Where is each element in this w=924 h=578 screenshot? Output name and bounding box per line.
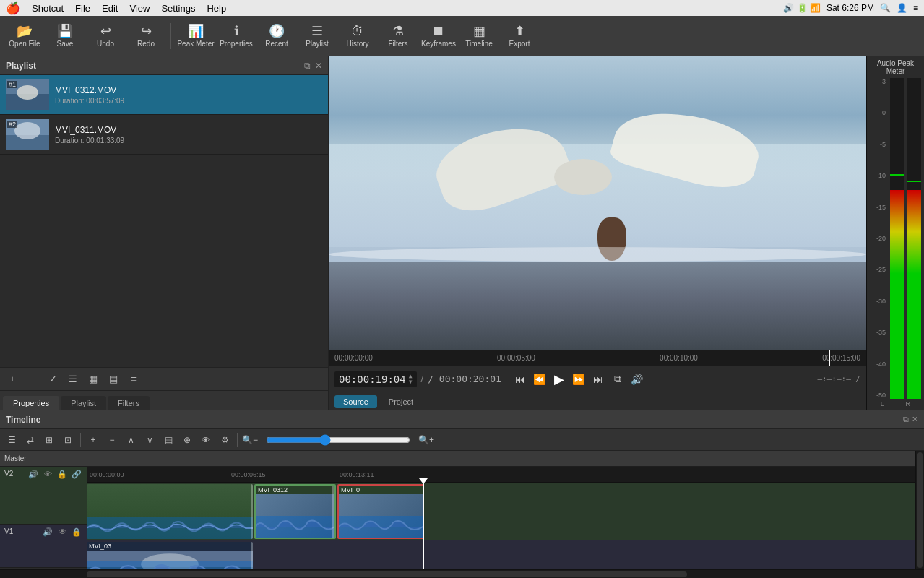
menu-shotcut[interactable]: Shotcut [32, 3, 64, 14]
apple-menu[interactable]: 🍎 [6, 1, 20, 15]
zoom-slider[interactable] [266, 434, 410, 446]
v2-clip-1[interactable] [87, 484, 253, 539]
v2-audio-button[interactable]: 🔊 [27, 470, 39, 479]
v1-clip-1[interactable]: MVI_03 [87, 542, 253, 569]
menu-view[interactable]: View [129, 3, 150, 14]
timeline-remove-track-button[interactable]: − [103, 431, 121, 449]
properties-button[interactable]: ℹ Properties [217, 19, 255, 53]
timeline-snap-button[interactable]: ⊕ [178, 431, 196, 449]
timeline-paste-button[interactable]: ⊡ [59, 431, 77, 449]
playlist-item[interactable]: #2 MVI_0311.MOV Duration: 00:01:33:09 [0, 115, 328, 155]
timeline-button[interactable]: ▦ Timeline [460, 19, 498, 53]
filters-icon: ⚗ [392, 25, 404, 38]
timeline-scrollbar-thumb[interactable] [917, 452, 923, 568]
undo-button[interactable]: ↩ Undo [87, 19, 124, 53]
v2-clip-1-resize[interactable] [251, 484, 253, 539]
timeline-scrollbar-bottom[interactable] [0, 569, 924, 578]
timecode-stepper[interactable]: ▲ ▼ [409, 374, 413, 385]
menu-icon[interactable]: ≡ [913, 3, 918, 13]
menu-file[interactable]: File [75, 3, 90, 14]
playlist-grid-button[interactable]: ▦ [84, 371, 103, 388]
volume-button[interactable]: 🔊 [629, 371, 646, 388]
tab-playlist[interactable]: Playlist [61, 396, 106, 410]
go-to-start-button[interactable]: ⏮ [511, 371, 529, 388]
history-button[interactable]: ⏱ History [339, 19, 376, 53]
timeline-scrollbar-handle[interactable] [87, 571, 687, 577]
v1-track-label: V1 [4, 527, 39, 535]
playlist-remove-button[interactable]: − [23, 371, 42, 388]
time-label-0: 00:00:00:00 [90, 471, 124, 478]
keyframes-button[interactable]: ⏹ Keyframes [420, 19, 457, 53]
playlist-check-button[interactable]: ✓ [43, 371, 62, 388]
v1-audio-button[interactable]: 🔊 [42, 527, 53, 537]
timeline-split-button[interactable]: ▤ [160, 431, 177, 449]
tab-filters[interactable]: Filters [108, 396, 150, 410]
timeline-menu-button[interactable]: ☰ [3, 431, 20, 449]
user-icon[interactable]: 👤 [897, 3, 907, 13]
open-file-button[interactable]: 📂 Open File [6, 19, 43, 53]
v2-clip-2-resize[interactable] [332, 486, 334, 538]
playlist-menu-button[interactable]: ≡ [124, 371, 143, 388]
current-timecode[interactable]: 00:00:19:04 [339, 374, 406, 385]
v2-eye-button[interactable]: 👁 [42, 470, 53, 478]
meter-bars [890, 78, 921, 399]
playlist-detail-button[interactable]: ▤ [104, 371, 123, 388]
save-button[interactable]: 💾 Save [46, 19, 84, 53]
v2-clip-3[interactable]: MVI_0 [337, 484, 424, 539]
redo-button[interactable]: ↪ Redo [127, 19, 165, 53]
meter-bar-left [890, 78, 904, 399]
timeline-settings-button[interactable]: ⚙ [216, 431, 233, 449]
step-forward-button[interactable]: ⏩ [570, 371, 587, 388]
timeline-scrollbar-right[interactable] [915, 451, 924, 569]
go-to-end-button[interactable]: ⏭ [590, 371, 607, 388]
timeline-close-button[interactable]: ✕ [912, 415, 918, 424]
meter-scale-labels: 3 0 -5 -10 -15 -20 -25 -30 -35 -40 -50 [870, 78, 887, 399]
zoom-in-button[interactable]: 🔍+ [418, 431, 435, 449]
playlist-item[interactable]: #1 MVI_0312.MOV Duration: 00:03:57:09 [0, 75, 328, 115]
peak-meter-button[interactable]: 📊 Peak Meter [177, 19, 215, 53]
playlist-list-button[interactable]: ☰ [64, 371, 82, 388]
timeline-overwrite-button[interactable]: ∨ [141, 431, 158, 449]
timeline-float-button[interactable]: ⧉ [903, 415, 909, 424]
timeline-lift-button[interactable]: ∧ [122, 431, 139, 449]
search-icon[interactable]: 🔍 [880, 3, 891, 13]
recent-button[interactable]: 🕐 Recent [258, 19, 295, 53]
video-player[interactable] [329, 56, 866, 350]
filters-label: Filters [388, 40, 407, 48]
playlist-button[interactable]: ☰ Playlist [298, 19, 336, 53]
filters-button[interactable]: ⚗ Filters [379, 19, 417, 53]
v2-clip-2[interactable]: MVI_0312 [254, 484, 336, 539]
menu-settings[interactable]: Settings [161, 3, 195, 14]
waveform-svg-v1 [87, 561, 253, 569]
zoom-out-button[interactable]: 🔍− [241, 431, 259, 449]
step-back-button[interactable]: ⏪ [531, 371, 548, 388]
timeline-ripple2-button[interactable]: 👁 [197, 431, 215, 449]
v2-track-lane[interactable]: MVI_0312 [87, 483, 915, 540]
v1-clip-1-resize[interactable] [251, 542, 253, 569]
timecode-down[interactable]: ▼ [409, 379, 413, 385]
tab-properties[interactable]: Properties [3, 396, 59, 410]
v1-lock-button[interactable]: 🔒 [71, 527, 82, 537]
waveform-svg-v2-3 [339, 516, 423, 538]
menu-edit[interactable]: Edit [102, 3, 118, 14]
menu-help[interactable]: Help [207, 3, 226, 14]
svg-point-2 [17, 85, 38, 100]
timeline-add-track-button[interactable]: + [85, 431, 102, 449]
playlist-float-button[interactable]: ⧉ [304, 61, 311, 71]
toggle-view-button[interactable]: ⧉ [609, 371, 626, 388]
project-tab[interactable]: Project [380, 395, 422, 408]
v1-track-lane[interactable]: MVI_03 [87, 540, 915, 569]
playlist-close-button[interactable]: ✕ [315, 61, 322, 71]
v1-playhead [423, 540, 424, 569]
timeline-ripple-button[interactable]: ⇄ [22, 431, 39, 449]
play-button[interactable]: ▶ [550, 371, 568, 388]
v2-lock-button[interactable]: 🔒 [56, 470, 68, 479]
source-tab[interactable]: Source [334, 395, 377, 408]
export-label: Export [509, 40, 530, 48]
v1-eye-button[interactable]: 👁 [56, 527, 68, 536]
playlist-add-button[interactable]: + [3, 371, 22, 388]
v2-mute-button[interactable]: 🔗 [71, 470, 82, 479]
export-button[interactable]: ⬆ Export [501, 19, 538, 53]
timeline-copy-button[interactable]: ⊞ [40, 431, 58, 449]
timeline-track-body[interactable]: 00:00:00:00 00:00:06:15 00:00:13:11 [87, 451, 915, 569]
